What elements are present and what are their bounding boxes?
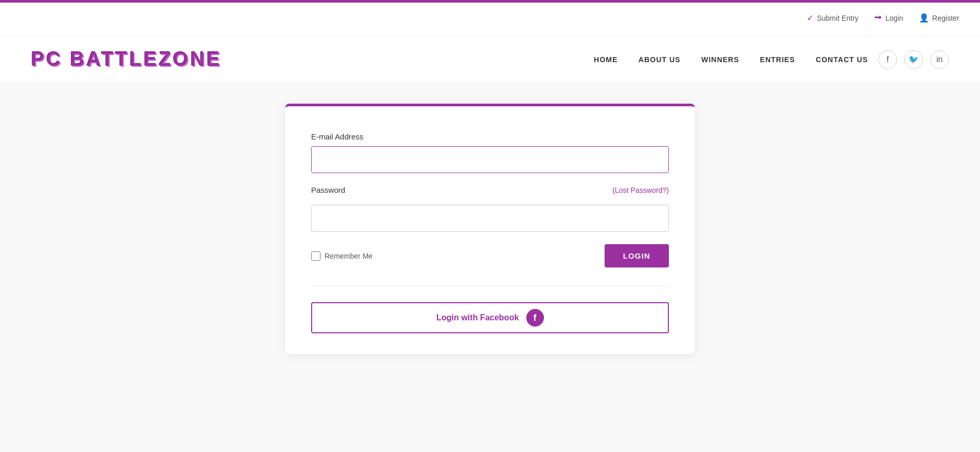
facebook-icon: f xyxy=(526,309,544,327)
login-label: Login xyxy=(886,14,903,22)
remember-me-text: Remember Me xyxy=(325,252,373,260)
submit-entry-link[interactable]: ✓ Submit Entry xyxy=(807,13,858,23)
password-input[interactable] xyxy=(311,205,669,232)
site-logo[interactable]: PC BATTLEZONE xyxy=(31,48,222,70)
login-link[interactable]: ⮕ Login xyxy=(874,13,903,23)
linkedin-social-icon[interactable]: in xyxy=(930,50,949,69)
navbar: PC BATTLEZONE HOME ABOUT US WINNERS ENTR… xyxy=(0,36,980,83)
login-icon: ⮕ xyxy=(874,13,883,23)
facebook-login-label: Login with Facebook xyxy=(436,313,519,322)
nav-entries[interactable]: ENTRIES xyxy=(760,55,795,64)
check-icon: ✓ xyxy=(807,13,814,23)
email-label: E-mail Address xyxy=(311,132,669,141)
login-button[interactable]: LOGIN xyxy=(605,244,669,267)
facebook-social-icon[interactable]: f xyxy=(878,50,897,69)
lost-password-link[interactable]: (Lost Password?) xyxy=(612,186,669,194)
password-group: Password (Lost Password?) xyxy=(311,186,669,232)
nav-home[interactable]: HOME xyxy=(594,55,618,64)
email-group: E-mail Address xyxy=(311,132,669,173)
social-icons: f 🐦 in xyxy=(878,50,949,69)
nav-winners[interactable]: WINNERS xyxy=(701,55,739,64)
top-bar: ✓ Submit Entry ⮕ Login 👤 Register xyxy=(0,0,980,36)
nav-contact-us[interactable]: CONTACT US xyxy=(816,55,868,64)
facebook-login-button[interactable]: Login with Facebook f xyxy=(311,302,669,333)
register-label: Register xyxy=(932,14,959,22)
person-icon: 👤 xyxy=(919,13,929,23)
password-row: Password (Lost Password?) xyxy=(311,186,669,194)
register-link[interactable]: 👤 Register xyxy=(919,13,959,23)
form-bottom: Remember Me LOGIN xyxy=(311,244,669,267)
email-input[interactable] xyxy=(311,146,669,173)
twitter-social-icon[interactable]: 🐦 xyxy=(904,50,923,69)
password-label: Password xyxy=(311,186,345,194)
nav-links: HOME ABOUT US WINNERS ENTRIES CONTACT US xyxy=(594,55,868,64)
divider xyxy=(311,286,669,287)
main-content: E-mail Address Password (Lost Password?)… xyxy=(0,83,980,375)
remember-me-checkbox[interactable] xyxy=(311,251,320,261)
login-card: E-mail Address Password (Lost Password?)… xyxy=(285,104,695,354)
remember-me-label[interactable]: Remember Me xyxy=(311,251,373,261)
submit-entry-label: Submit Entry xyxy=(817,14,858,22)
nav-about-us[interactable]: ABOUT US xyxy=(638,55,680,64)
